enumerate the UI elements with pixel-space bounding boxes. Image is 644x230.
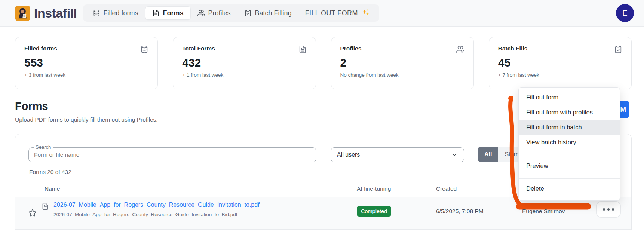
column-header-name: Name [45,185,60,192]
file-text-icon [298,45,307,53]
sparkles-icon [361,8,369,18]
chevron-down-icon [451,151,458,158]
file-text-icon [42,203,49,210]
tab-forms[interactable]: Forms [145,6,191,20]
column-header-created: Created [436,185,457,192]
stat-card-batch-fills: Batch Fills 45 + 7 from last week [489,37,632,89]
stat-delta: + 3 from last week [24,72,148,78]
logo-illustration [15,6,30,21]
app-logo-image[interactable] [15,6,30,21]
search-field-label: Search [34,144,53,150]
dot [612,208,614,211]
status-badge: Completed [357,206,391,217]
menu-item-fill-out-form-in-batch[interactable]: Fill out form in batch [519,120,620,135]
stat-card-filled-forms: Filled forms 553 + 3 from last week [15,37,158,89]
stat-title: Filled forms [24,45,57,52]
user-avatar[interactable]: E [616,4,634,22]
tab-filled-forms[interactable]: Filled forms [86,6,145,20]
top-navigation-bar: Instafill Filled forms Forms Profiles Ba… [0,0,644,27]
tab-label: Forms [163,9,184,17]
tab-label: Batch Filling [255,9,292,17]
menu-item-view-batch-history[interactable]: View batch history [519,135,620,150]
page-subtitle: Upload PDF forms to quickly fill them ou… [15,116,158,123]
stats-cards-row: Filled forms 553 + 3 from last week Tota… [15,37,632,89]
column-header-ai-fine-tuning: AI fine-tuning [357,185,391,192]
stat-card-profiles: Profiles 2 No change from last week [331,37,474,89]
menu-item-delete[interactable]: Delete [519,179,620,198]
star-icon[interactable] [28,208,37,217]
file-text-icon [152,9,160,17]
form-filename: 2026-07_Mobile_App_for_Rogers_County_Res… [53,212,260,217]
dot [607,208,610,211]
database-icon [140,45,148,53]
page-title: Forms [15,100,158,113]
users-icon [197,9,205,17]
menu-divider [519,153,620,153]
dot [603,208,605,211]
form-link[interactable]: 2026-07_Mobile_App_for_Rogers_County_Res… [53,202,260,208]
cta-label: FILL OUT FORM [305,9,358,17]
menu-item-preview[interactable]: Preview [519,156,620,175]
form-name-cell: 2026-07_Mobile_App_for_Rogers_County_Res… [53,202,260,217]
user-filter-select[interactable]: All users [331,147,464,162]
tab-label: Profiles [208,9,231,17]
stat-value: 45 [498,56,622,69]
tab-profiles[interactable]: Profiles [191,6,237,20]
database-icon [93,9,100,17]
stat-delta: No change from last week [340,72,464,78]
row-context-menu: Fill out form Fill out form with profile… [518,87,620,201]
stat-value: 2 [340,56,464,69]
stat-delta: + 1 from last week [182,72,306,78]
forms-section-header: Forms Upload PDF forms to quickly fill t… [15,100,158,123]
user-filter-value: All users [337,151,360,158]
clipboard-check-icon [614,45,622,53]
stat-value: 553 [24,56,148,69]
search-input[interactable] [29,148,316,162]
forms-count-summary: Forms 20 of 432 [29,169,71,175]
menu-item-fill-out-form-with-profiles[interactable]: Fill out form with profiles [519,105,620,120]
segment-all[interactable]: All [478,147,498,162]
menu-item-fill-out-form[interactable]: Fill out form [519,90,620,105]
clipboard-check-icon [244,9,252,17]
stat-title: Total Forms [182,45,215,52]
tab-label: Filled forms [104,9,138,17]
table-row: 2026-07_Mobile_App_for_Rogers_County_Res… [15,197,631,230]
app-title: Instafill [34,6,77,21]
stat-delta: + 7 from last week [498,72,622,78]
stat-title: Batch Fills [498,45,527,52]
stat-card-total-forms: Total Forms 432 + 1 from last week [173,37,316,89]
search-field: Search [28,147,316,162]
stat-value: 432 [182,56,306,69]
fill-out-form-nav-button[interactable]: FILL OUT FORM [298,6,376,20]
main-nav: Filled forms Forms Profiles Batch Fillin… [83,4,379,22]
created-date: 6/5/2025, 7:08 PM [436,208,484,215]
users-icon [456,45,464,53]
more-options-button[interactable] [596,201,621,218]
tab-batch-filling[interactable]: Batch Filling [237,6,298,20]
stat-title: Profiles [340,45,362,52]
row-user-name: Eugene Smirnov [522,208,565,215]
